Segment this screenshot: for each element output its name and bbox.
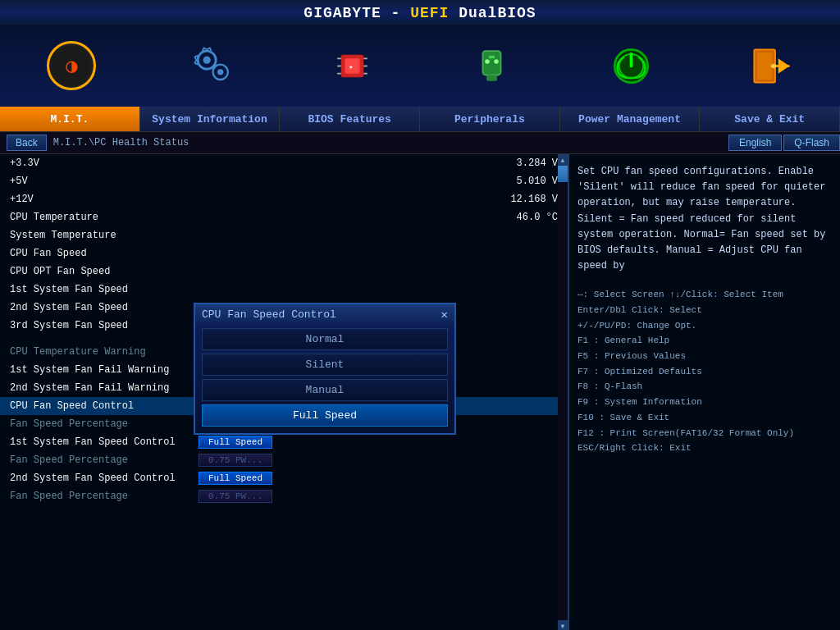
scrollbar[interactable]: ▲ ▼ — [558, 154, 568, 630]
door-exit-icon — [748, 43, 793, 89]
label-sys-fan-ctrl2: 2nd System Fan Speed Control — [10, 472, 199, 484]
modal-close-button[interactable]: ✕ — [441, 308, 448, 322]
shortcut-f8: F8 : Q-Flash — [578, 379, 832, 395]
value-5v: 5.010 V — [517, 176, 558, 187]
tab-peripherals[interactable]: Peripherals — [420, 107, 560, 131]
label-12v: +12V — [10, 194, 199, 205]
shortcut-list: ↔: Select Screen ↑↓/Click: Select Item E… — [578, 287, 832, 456]
svg-text:★: ★ — [349, 62, 354, 71]
svg-point-24 — [771, 63, 776, 68]
row-cpu-opt: CPU OPT Fan Speed — [0, 262, 568, 281]
label-sys-fan2: 2nd System Fan Speed — [10, 302, 199, 313]
label-fan-fail-warn2: 2nd System Fan Fail Warning — [10, 382, 199, 394]
nav-icon-peripherals[interactable] — [469, 43, 514, 89]
label-33v: +3.3V — [10, 158, 199, 169]
svg-point-16 — [494, 59, 499, 64]
header-title-blue: DualBIOS — [449, 5, 536, 21]
value-fan-pct3: 0.75 PW... — [199, 490, 272, 503]
shortcut-2: +/-/PU/PD: Change Opt. — [578, 318, 832, 334]
power-icon — [609, 43, 654, 89]
nav-tabs: M.I.T. System Information BIOS Features … — [0, 107, 840, 131]
nav-icon-mit[interactable] — [47, 41, 96, 90]
label-sys-fan1: 1st System Fan Speed — [10, 284, 199, 295]
label-sys-temp: System Temperature — [10, 230, 199, 241]
row-sys-fan-ctrl1: 1st System Fan Speed Control Full Speed — [0, 433, 568, 451]
svg-rect-21 — [757, 52, 772, 80]
svg-point-1 — [203, 56, 211, 63]
label-cpu-fan: CPU Fan Speed — [10, 248, 199, 259]
row-cpu-fan: CPU Fan Speed — [0, 244, 568, 262]
row-fan-pct3: Fan Speed Percentage 0.75 PW... — [0, 487, 568, 505]
label-fan-pct3: Fan Speed Percentage — [10, 491, 199, 502]
label-sys-fan-ctrl1: 1st System Fan Speed Control — [10, 436, 199, 448]
svg-point-3 — [217, 69, 223, 75]
modal-titlebar: CPU Fan Speed Control ✕ — [195, 304, 454, 325]
modal-option-fullspeed[interactable]: Full Speed — [202, 404, 448, 427]
row-fan-pct2: Fan Speed Percentage 0.75 PW... — [0, 451, 568, 469]
breadcrumb-path: M.I.T.\PC Health Status — [53, 137, 189, 148]
row-sys-fan-ctrl2: 2nd System Fan Speed Control Full Speed — [0, 469, 568, 487]
header-title-yellow: UEFI — [410, 5, 449, 21]
scroll-thumb[interactable] — [558, 166, 568, 182]
header: GIGABYTE - UEFI DualBIOS — [0, 0, 840, 25]
svg-point-15 — [485, 59, 490, 64]
label-5v: +5V — [10, 176, 199, 187]
svg-rect-14 — [486, 75, 497, 80]
modal-title: CPU Fan Speed Control — [202, 308, 336, 321]
nav-icon-power[interactable] — [609, 43, 654, 89]
modal-option-manual[interactable]: Manual — [202, 379, 448, 401]
scroll-up-arrow[interactable]: ▲ — [558, 154, 568, 166]
tab-sysinfo[interactable]: System Information — [140, 107, 281, 131]
gears-icon — [190, 43, 235, 89]
label-cpu-opt: CPU OPT Fan Speed — [10, 266, 199, 277]
nav-icons-area: ★ — [0, 25, 840, 107]
shortcut-f9: F9 : System Information — [578, 395, 832, 410]
value-sys-fan-ctrl2[interactable]: Full Speed — [199, 472, 272, 485]
value-cpu-temp: 46.0 °C — [517, 212, 558, 223]
shortcut-f12: F12 : Print Screen(FAT16/32 Format Only) — [578, 426, 832, 441]
plug-icon — [469, 43, 514, 89]
tab-power[interactable]: Power Management — [560, 107, 701, 131]
row-5v: +5V 5.010 V — [0, 172, 568, 190]
right-panel: Set CPU fan speed configurations. Enable… — [569, 154, 840, 630]
row-cpu-temp: CPU Temperature 46.0 °C — [0, 208, 568, 226]
shortcut-0: ↔: Select Screen ↑↓/Click: Select Item — [578, 287, 832, 303]
shortcut-1: Enter/Dbl Click: Select — [578, 303, 832, 318]
label-cpu-temp: CPU Temperature — [10, 212, 199, 223]
nav-icon-save-exit[interactable] — [748, 43, 793, 89]
language-button[interactable]: English — [728, 135, 782, 151]
speedometer-icon — [47, 41, 96, 90]
svg-rect-17 — [489, 55, 495, 58]
scroll-down-arrow[interactable]: ▼ — [558, 620, 568, 630]
shortcut-f10: F10 : Save & Exit — [578, 410, 832, 426]
left-panel: +3.3V 3.284 V +5V 5.010 V +12V 12.168 V … — [0, 154, 569, 630]
label-fan-pct2: Fan Speed Percentage — [10, 454, 199, 466]
label-fan-fail-warn1: 1st System Fan Fail Warning — [10, 364, 199, 376]
back-button[interactable]: Back — [7, 135, 47, 151]
shortcut-f1: F1 : General Help — [578, 333, 832, 349]
header-title-white: GIGABYTE - — [304, 5, 410, 21]
row-33v: +3.3V 3.284 V — [0, 154, 568, 172]
value-12v: 12.168 V — [510, 194, 558, 205]
help-description: Set CPU fan speed configurations. Enable… — [578, 164, 832, 274]
tab-bios[interactable]: BIOS Features — [280, 107, 420, 131]
qflash-button[interactable]: Q-Flash — [783, 135, 840, 151]
modal-option-silent[interactable]: Silent — [202, 354, 448, 376]
modal-option-normal[interactable]: Normal — [202, 328, 448, 350]
row-12v: +12V 12.168 V — [0, 190, 568, 208]
label-cpu-fan-ctrl: CPU Fan Speed Control — [10, 400, 199, 412]
breadcrumb: Back M.I.T.\PC Health Status English Q-F… — [0, 131, 840, 154]
cpu-fan-speed-modal: CPU Fan Speed Control ✕ Normal Silent Ma… — [194, 303, 456, 435]
value-fan-pct2: 0.75 PW... — [199, 454, 272, 467]
svg-rect-13 — [482, 51, 500, 75]
tab-saveexit[interactable]: Save & Exit — [700, 107, 840, 131]
nav-icon-bios[interactable]: ★ — [330, 43, 375, 89]
label-fan-pct1: Fan Speed Percentage — [10, 418, 199, 430]
circuit-icon: ★ — [330, 43, 375, 89]
main-content: +3.3V 3.284 V +5V 5.010 V +12V 12.168 V … — [0, 154, 840, 630]
shortcut-f7: F7 : Optimized Defaults — [578, 364, 832, 380]
tab-mit[interactable]: M.I.T. — [0, 107, 140, 131]
value-33v: 3.284 V — [517, 158, 558, 169]
value-sys-fan-ctrl1[interactable]: Full Speed — [199, 436, 272, 449]
nav-icon-sysinfo[interactable] — [190, 43, 235, 89]
